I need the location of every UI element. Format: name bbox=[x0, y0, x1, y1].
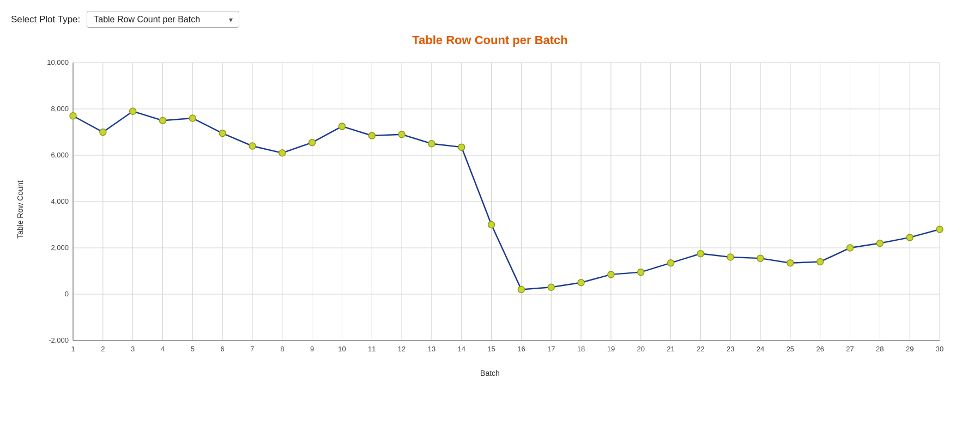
svg-point-102 bbox=[817, 259, 824, 265]
svg-text:7: 7 bbox=[250, 345, 254, 353]
svg-point-78 bbox=[100, 129, 106, 136]
svg-point-96 bbox=[638, 269, 644, 276]
svg-point-89 bbox=[428, 141, 435, 147]
svg-point-92 bbox=[518, 287, 524, 293]
svg-point-81 bbox=[189, 115, 196, 121]
svg-point-80 bbox=[159, 117, 166, 124]
svg-text:18: 18 bbox=[577, 345, 585, 353]
svg-text:24: 24 bbox=[757, 345, 764, 353]
svg-text:28: 28 bbox=[876, 345, 884, 353]
svg-text:10: 10 bbox=[338, 345, 346, 353]
svg-text:17: 17 bbox=[547, 345, 555, 353]
svg-point-106 bbox=[936, 226, 943, 233]
svg-point-77 bbox=[70, 113, 76, 119]
svg-point-99 bbox=[727, 254, 734, 260]
svg-rect-0 bbox=[40, 52, 956, 368]
svg-point-95 bbox=[608, 271, 614, 278]
svg-text:0: 0 bbox=[65, 290, 69, 298]
chart-title: Table Row Count per Batch bbox=[11, 33, 969, 47]
svg-text:10,000: 10,000 bbox=[47, 58, 69, 66]
svg-point-97 bbox=[668, 260, 674, 266]
svg-text:2,000: 2,000 bbox=[51, 244, 69, 252]
svg-point-82 bbox=[219, 130, 226, 137]
svg-text:4,000: 4,000 bbox=[51, 197, 69, 205]
top-bar: Select Plot Type: Table Row Count per Ba… bbox=[11, 11, 969, 28]
svg-point-91 bbox=[488, 222, 495, 228]
svg-text:27: 27 bbox=[846, 345, 854, 353]
svg-text:2: 2 bbox=[101, 345, 105, 353]
svg-text:22: 22 bbox=[697, 345, 704, 353]
svg-text:21: 21 bbox=[667, 345, 674, 353]
svg-point-100 bbox=[757, 255, 764, 261]
chart-container: Table Row Count -2,00002,0004,0006,0008,… bbox=[11, 52, 969, 368]
svg-text:20: 20 bbox=[637, 345, 644, 353]
svg-point-93 bbox=[548, 284, 554, 290]
svg-text:13: 13 bbox=[428, 345, 435, 353]
y-axis-label: Table Row Count bbox=[11, 52, 27, 368]
svg-point-88 bbox=[398, 131, 405, 138]
svg-text:14: 14 bbox=[458, 345, 465, 353]
chart-area: Table Row Count per Batch Table Row Coun… bbox=[11, 33, 969, 378]
svg-text:30: 30 bbox=[936, 345, 943, 353]
svg-text:29: 29 bbox=[906, 345, 914, 353]
svg-text:6,000: 6,000 bbox=[51, 151, 69, 159]
svg-text:16: 16 bbox=[517, 345, 525, 353]
svg-point-94 bbox=[578, 279, 584, 286]
svg-point-98 bbox=[697, 251, 704, 257]
svg-point-105 bbox=[906, 234, 913, 241]
svg-text:-2,000: -2,000 bbox=[49, 336, 69, 344]
svg-text:12: 12 bbox=[398, 345, 406, 353]
svg-text:23: 23 bbox=[727, 345, 734, 353]
svg-point-86 bbox=[338, 123, 345, 130]
svg-point-83 bbox=[249, 143, 256, 149]
chart-svg: -2,00002,0004,0006,0008,00010,0001234567… bbox=[27, 52, 969, 368]
svg-point-79 bbox=[130, 108, 136, 114]
svg-point-104 bbox=[876, 240, 883, 247]
svg-text:26: 26 bbox=[816, 345, 824, 353]
svg-text:11: 11 bbox=[368, 345, 376, 353]
plot-type-select-wrapper[interactable]: Table Row Count per BatchOther Plot Type bbox=[87, 11, 239, 28]
svg-point-90 bbox=[458, 144, 465, 150]
svg-text:6: 6 bbox=[221, 345, 225, 353]
svg-text:3: 3 bbox=[131, 345, 135, 353]
svg-text:19: 19 bbox=[607, 345, 615, 353]
select-label: Select Plot Type: bbox=[11, 14, 80, 25]
svg-point-101 bbox=[787, 260, 794, 266]
svg-text:25: 25 bbox=[787, 345, 794, 353]
svg-text:8,000: 8,000 bbox=[51, 105, 69, 113]
svg-point-85 bbox=[309, 139, 316, 146]
svg-text:1: 1 bbox=[71, 345, 75, 353]
svg-text:4: 4 bbox=[161, 345, 165, 353]
chart-inner: -2,00002,0004,0006,0008,00010,0001234567… bbox=[27, 52, 969, 368]
svg-point-84 bbox=[279, 150, 286, 156]
svg-point-87 bbox=[368, 132, 375, 139]
svg-point-103 bbox=[847, 245, 854, 251]
svg-text:5: 5 bbox=[191, 345, 195, 353]
svg-text:9: 9 bbox=[310, 345, 314, 353]
svg-text:8: 8 bbox=[280, 345, 284, 353]
plot-type-select[interactable]: Table Row Count per BatchOther Plot Type bbox=[87, 11, 239, 28]
svg-text:15: 15 bbox=[487, 345, 495, 353]
x-axis-label: Batch bbox=[11, 369, 969, 378]
